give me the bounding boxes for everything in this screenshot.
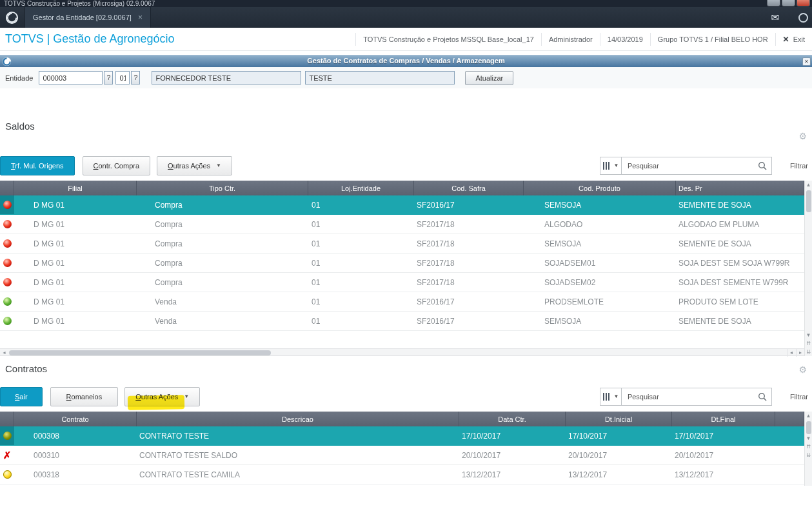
columns-icon <box>603 162 604 170</box>
saldos-row[interactable]: D MG 01 Venda 01 SF2016/17 PRODSEMLOTE P… <box>0 292 804 312</box>
header-data-ctr[interactable]: Data Ctr. <box>459 412 566 426</box>
saldos-toolbar: Trf. Mul. Origens Contr. Compra Outras A… <box>0 155 812 175</box>
cell-filial: D MG 01 <box>14 254 137 272</box>
contratos-outras-acoes-label: Outras Ações <box>135 393 178 401</box>
scroll-pageup-icon[interactable]: ⇈ <box>805 339 812 348</box>
dialog-titlebar: Gestão de Contratos de Compras / Vendas … <box>0 55 812 67</box>
scrollbar-thumb[interactable] <box>806 421 811 434</box>
entity-lookup-button[interactable]: ? <box>104 71 113 85</box>
contratos-settings-gear-icon[interactable]: ⚙ <box>798 364 807 375</box>
close-button[interactable] <box>797 0 810 6</box>
contratos-filter-link[interactable]: Filtrar <box>790 393 808 401</box>
saldos-row[interactable]: D MG 01 Compra 01 SF2017/18 ALGODAO ALGO… <box>0 215 804 234</box>
dialog-close-icon[interactable]: × <box>802 57 811 66</box>
saldos-search-input[interactable] <box>621 157 772 175</box>
contratos-table-header: Contrato Descricao Data Ctr. Dt.Inicial … <box>0 412 804 426</box>
status-ball-icon <box>3 201 12 209</box>
search-icon[interactable] <box>758 392 767 401</box>
contratos-row[interactable]: 000318 CONTRATO TESTE CAMILA 13/12/2017 … <box>0 465 804 484</box>
saldos-filter-link[interactable]: Filtrar <box>790 162 808 170</box>
scroll-left-icon[interactable]: ◂ <box>0 349 8 357</box>
cell-loja: 01 <box>308 234 414 253</box>
status-cell <box>0 426 14 445</box>
saldos-vertical-scrollbar[interactable]: ▲ ▼ ⇈ ⇊ <box>804 181 812 356</box>
romaneios-button[interactable]: Romaneios <box>50 387 119 406</box>
status-cell <box>0 446 14 464</box>
scroll-pagedown-icon[interactable]: ⇊ <box>805 451 812 459</box>
contratos-columns-picker-button[interactable]: ▼ <box>600 388 622 406</box>
contratos-outras-acoes-button[interactable]: Outras Ações ▼ <box>124 387 200 406</box>
mail-icon[interactable]: ✉ <box>771 12 779 23</box>
saldos-row[interactable]: D MG 01 Compra 01 SF2017/18 SEMSOJA SEME… <box>0 234 804 254</box>
contratos-row[interactable]: 000308 CONTRATO TESTE 17/10/2017 17/10/2… <box>0 426 804 446</box>
tab-gestor-da-entidade[interactable]: Gestor da Entidade [02.9.0067] × <box>25 7 151 28</box>
search-icon[interactable] <box>758 161 767 170</box>
header-descricao[interactable]: Descricao <box>137 412 459 426</box>
saldos-row[interactable]: D MG 01 Compra 01 SF2017/18 SOJADSEM01 S… <box>0 254 804 273</box>
cell-dt-final: 17/10/2017 <box>672 426 775 445</box>
scroll-down-icon[interactable]: ▼ <box>805 434 812 443</box>
saldos-row[interactable]: D MG 01 Compra 01 SF2017/18 SOJADSEM02 S… <box>0 273 804 292</box>
cell-descricao: SEMENTE DE SOJA <box>676 234 804 253</box>
entity-label: Entidade <box>5 74 33 82</box>
cell-contrato: 000308 <box>14 426 137 445</box>
sair-button[interactable]: Sair <box>0 387 43 406</box>
scroll-pageup-icon[interactable]: ⇈ <box>805 443 812 451</box>
status-cell <box>0 292 14 311</box>
contr-compra-label: Contr. Compra <box>94 162 140 170</box>
cell-loja: 01 <box>308 215 414 234</box>
scrollbar-thumb[interactable] <box>9 350 271 355</box>
scrollbar-thumb[interactable] <box>806 190 811 212</box>
cell-descricao: PRODUTO SEM LOTE <box>676 292 804 311</box>
header-dt-final[interactable]: Dt.Final <box>672 412 775 426</box>
cell-safra: SF2016/17 <box>414 292 524 311</box>
contr-compra-button[interactable]: Contr. Compra <box>83 156 151 175</box>
columns-icon <box>608 162 609 170</box>
header-filial[interactable]: Filial <box>14 181 137 195</box>
store-code-input[interactable] <box>115 71 130 85</box>
saldos-section-title: Saldos <box>5 121 35 132</box>
header-des-produto[interactable]: Des. Pr <box>676 181 804 195</box>
scroll-pagedown-icon[interactable]: ⇊ <box>805 348 812 356</box>
cell-descricao: CONTRATO TESTE <box>137 426 459 445</box>
entity-code-input[interactable] <box>39 71 103 85</box>
header-loj-entidade[interactable]: Loj.Entidade <box>308 181 414 195</box>
saldos-row[interactable]: D MG 01 Venda 01 SF2016/17 SEMSOJA SEMEN… <box>0 312 804 331</box>
refresh-button[interactable]: Atualizar <box>465 71 513 85</box>
scroll-up-icon[interactable]: ▲ <box>805 181 812 189</box>
saldos-outras-acoes-button[interactable]: Outras Ações ▼ <box>157 156 232 175</box>
exit-button[interactable]: ✕ Exit <box>775 33 812 46</box>
minimize-button[interactable] <box>767 0 780 6</box>
columns-icon <box>603 393 604 401</box>
profile-icon[interactable] <box>798 13 808 23</box>
saldos-toolbar-right: ▼ Filtrar <box>600 157 812 175</box>
contratos-vertical-scrollbar[interactable]: ▲ ▼ ⇈ ⇊ <box>804 412 812 486</box>
chevron-down-icon: ▼ <box>613 393 619 399</box>
scroll-right-icon[interactable]: ▸ <box>796 349 804 357</box>
tab-close-icon[interactable]: × <box>138 13 143 22</box>
maximize-button[interactable] <box>782 0 795 6</box>
header-cod-safra[interactable]: Cod. Safra <box>414 181 524 195</box>
header-contrato[interactable]: Contrato <box>14 412 137 426</box>
scroll-down-icon[interactable]: ▼ <box>805 331 812 339</box>
cell-loja: 01 <box>308 312 414 330</box>
store-lookup-button[interactable]: ? <box>131 71 140 85</box>
cell-descricao: ALGODAO EM PLUMA <box>676 215 804 234</box>
saldos-settings-gear-icon[interactable]: ⚙ <box>798 131 807 141</box>
trf-mul-origens-button[interactable]: Trf. Mul. Origens <box>0 156 75 175</box>
scroll-left-icon[interactable]: ◂ <box>787 349 795 357</box>
saldos-columns-picker-button[interactable]: ▼ <box>600 157 622 175</box>
status-cell <box>0 195 14 214</box>
header-tipo-ctr[interactable]: Tipo Ctr. <box>137 181 308 195</box>
saldos-horizontal-scrollbar[interactable]: ◂ ◂ ▸ <box>0 348 804 356</box>
contratos-row[interactable]: 000310 CONTRATO TESTE SALDO 20/10/2017 2… <box>0 446 804 465</box>
totvs-logo-icon <box>5 11 19 25</box>
cell-dt-inicial: 13/12/2017 <box>566 465 672 484</box>
cell-loja: 01 <box>308 195 414 214</box>
saldos-row[interactable]: D MG 01 Compra 01 SF2016/17 SEMSOJA SEME… <box>0 195 804 215</box>
scroll-up-icon[interactable]: ▲ <box>805 412 812 420</box>
cell-descricao: SEMENTE DE SOJA <box>676 312 804 330</box>
contratos-search-input[interactable] <box>621 388 772 406</box>
header-dt-inicial[interactable]: Dt.Inicial <box>566 412 672 426</box>
header-cod-produto[interactable]: Cod. Produto <box>524 181 676 195</box>
